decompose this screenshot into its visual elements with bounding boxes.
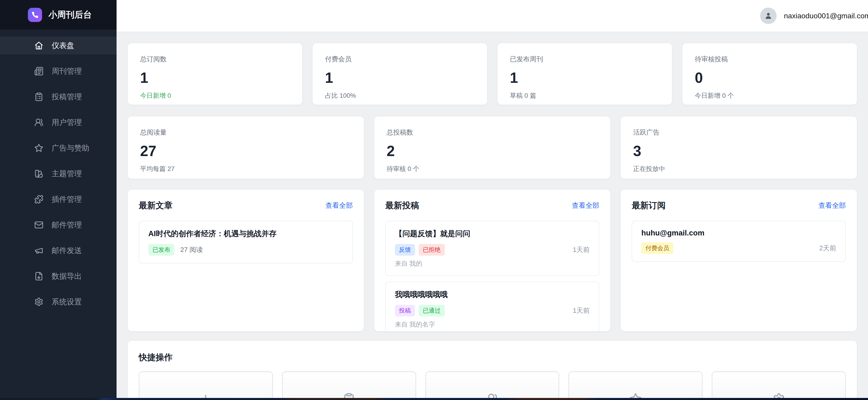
view-all-subscriptions-link[interactable]: 查看全部 bbox=[818, 201, 846, 210]
sidebar-item-settings[interactable]: 系统设置 bbox=[0, 293, 117, 311]
users-icon bbox=[34, 118, 43, 127]
quick-action-settings-button[interactable] bbox=[712, 371, 846, 400]
submission-author: 来自 我的 bbox=[395, 259, 590, 268]
submission-list-item[interactable]: 【问题反馈】就是问问 反馈 已拒绝 1天前 来自 我的 bbox=[385, 221, 599, 276]
stat-sub: 草稿 0 篇 bbox=[510, 91, 659, 100]
stat-card-total-reads: 总阅读量 27 平均每篇 27 bbox=[127, 116, 364, 179]
sidebar-item-mail-send[interactable]: 邮件发送 bbox=[0, 241, 117, 259]
stat-sub: 今日新增 0 bbox=[140, 91, 290, 100]
quick-actions-title: 快捷操作 bbox=[139, 352, 846, 363]
sidebar-item-mail[interactable]: 邮件管理 bbox=[0, 216, 117, 234]
stats-row-1: 总订阅数 1 今日新增 0 付费会员 1 占比 100% 已发布周刊 1 草稿 … bbox=[127, 43, 857, 105]
submission-title: 【问题反馈】就是问问 bbox=[395, 229, 590, 239]
sidebar-item-ads[interactable]: 广告与赞助 bbox=[0, 139, 117, 157]
sidebar-item-dashboard[interactable]: 仪表盘 bbox=[0, 37, 117, 54]
sidebar-item-label: 主题管理 bbox=[52, 169, 82, 179]
membership-badge: 付费会员 bbox=[641, 242, 673, 254]
megaphone-icon bbox=[34, 246, 43, 255]
sidebar-item-label: 用户管理 bbox=[52, 117, 82, 128]
status-badge: 已发布 bbox=[148, 244, 175, 256]
timestamp: 1天前 bbox=[573, 245, 590, 254]
view-all-submissions-link[interactable]: 查看全部 bbox=[572, 201, 599, 210]
quick-action-ads-button[interactable] bbox=[568, 371, 703, 400]
sidebar-item-label: 投稿管理 bbox=[52, 92, 82, 102]
submission-author: 来自 我的名字 bbox=[395, 320, 590, 329]
sidebar-menu: 仪表盘 周刊管理 投稿管理 用户管理 广告与赞助 主题管理 插件管理 邮件管理 bbox=[0, 30, 117, 311]
latest-submissions-card: 最新投稿 查看全部 【问题反馈】就是问问 反馈 已拒绝 1天前 来自 我的 我哦… bbox=[374, 190, 611, 331]
submission-list-item[interactable]: 我哦哦哦哦哦哦 投稿 已通过 1天前 来自 我的名字 bbox=[385, 282, 599, 331]
stat-card-active-ads: 活跃广告 3 正在投放中 bbox=[620, 116, 857, 179]
sidebar-item-label: 邮件管理 bbox=[52, 220, 82, 230]
sidebar-item-weekly[interactable]: 周刊管理 bbox=[0, 62, 117, 80]
gear-icon bbox=[34, 297, 43, 306]
app-logo: 小周刊后台 bbox=[0, 0, 117, 30]
stat-label: 总投稿数 bbox=[387, 128, 598, 137]
stat-sub: 正在投放中 bbox=[633, 165, 844, 173]
file-download-icon bbox=[34, 272, 43, 281]
stat-value: 1 bbox=[510, 70, 659, 86]
subscription-list-item[interactable]: huhu@gmail.com 付费会员 2天前 bbox=[632, 221, 846, 262]
sidebar-item-label: 数据导出 bbox=[52, 271, 82, 282]
type-badge: 投稿 bbox=[395, 305, 415, 316]
palette-icon bbox=[34, 169, 43, 178]
user-email: naxiaoduo001@gmail.com bbox=[784, 12, 868, 20]
subscriber-email: huhu@gmail.com bbox=[641, 229, 836, 237]
stat-sub: 今日新增 0 个 bbox=[695, 91, 844, 100]
bottom-window-edge bbox=[0, 398, 868, 400]
dashboard-content: 总订阅数 1 今日新增 0 付费会员 1 占比 100% 已发布周刊 1 草稿 … bbox=[117, 32, 868, 400]
latest-subscriptions-card: 最新订阅 查看全部 huhu@gmail.com 付费会员 2天前 bbox=[620, 190, 857, 331]
stat-card-paid-members: 付费会员 1 占比 100% bbox=[312, 43, 487, 105]
phone-icon bbox=[28, 8, 42, 22]
stat-value: 3 bbox=[633, 143, 844, 159]
sidebar-item-plugins[interactable]: 插件管理 bbox=[0, 191, 117, 208]
puzzle-icon bbox=[34, 195, 43, 204]
quick-action-submissions-button[interactable] bbox=[282, 371, 416, 400]
view-all-articles-link[interactable]: 查看全部 bbox=[326, 201, 353, 210]
quick-action-new-button[interactable] bbox=[139, 371, 273, 400]
stat-label: 待审核投稿 bbox=[695, 55, 844, 64]
mail-icon bbox=[34, 220, 43, 230]
stat-sub: 占比 100% bbox=[325, 91, 475, 100]
submission-title: 我哦哦哦哦哦哦 bbox=[395, 289, 590, 300]
user-menu[interactable]: naxiaoduo001@gmail.com bbox=[760, 0, 868, 32]
app-title: 小周刊后台 bbox=[49, 9, 92, 21]
sidebar-item-label: 系统设置 bbox=[52, 297, 82, 307]
stat-value: 2 bbox=[387, 143, 598, 159]
stat-value: 1 bbox=[325, 70, 475, 86]
stat-label: 已发布周刊 bbox=[510, 55, 659, 64]
stat-value: 1 bbox=[140, 70, 290, 86]
section-title: 最新文章 bbox=[139, 200, 173, 211]
sidebar-item-themes[interactable]: 主题管理 bbox=[0, 165, 117, 182]
stat-label: 总阅读量 bbox=[140, 128, 351, 137]
section-title: 最新订阅 bbox=[632, 200, 665, 211]
sidebar-item-label: 广告与赞助 bbox=[52, 143, 89, 153]
newspaper-icon bbox=[34, 66, 43, 76]
stat-label: 总订阅数 bbox=[140, 55, 290, 64]
clipboard-icon bbox=[34, 92, 43, 102]
sidebar-item-label: 插件管理 bbox=[52, 194, 82, 205]
stat-card-published: 已发布周刊 1 草稿 0 篇 bbox=[497, 43, 672, 105]
sidebar-item-export[interactable]: 数据导出 bbox=[0, 267, 117, 285]
stat-card-subscribers: 总订阅数 1 今日新增 0 bbox=[127, 43, 302, 105]
sidebar-item-users[interactable]: 用户管理 bbox=[0, 114, 117, 131]
latest-articles-card: 最新文章 查看全部 AI时代的创作者经济：机遇与挑战并存 已发布 27 阅读 bbox=[127, 190, 364, 331]
avatar[interactable] bbox=[760, 7, 777, 24]
sidebar-item-submissions[interactable]: 投稿管理 bbox=[0, 88, 117, 106]
stat-sub: 平均每篇 27 bbox=[140, 165, 351, 173]
article-list-item[interactable]: AI时代的创作者经济：机遇与挑战并存 已发布 27 阅读 bbox=[139, 221, 353, 263]
sections-row: 最新文章 查看全部 AI时代的创作者经济：机遇与挑战并存 已发布 27 阅读 最… bbox=[127, 190, 857, 331]
type-badge: 反馈 bbox=[395, 244, 415, 256]
stat-card-total-submissions: 总投稿数 2 待审核 0 个 bbox=[374, 116, 611, 179]
quick-action-users-button[interactable] bbox=[425, 371, 559, 400]
timestamp: 2天前 bbox=[819, 244, 836, 253]
stat-sub: 待审核 0 个 bbox=[387, 165, 598, 173]
sidebar-item-label: 邮件发送 bbox=[52, 246, 82, 256]
topbar: naxiaoduo001@gmail.com bbox=[117, 0, 868, 32]
status-badge: 已通过 bbox=[419, 305, 445, 316]
section-title: 最新投稿 bbox=[385, 200, 419, 211]
timestamp: 1天前 bbox=[573, 306, 590, 315]
home-icon bbox=[34, 41, 43, 50]
read-count: 27 阅读 bbox=[180, 245, 203, 254]
status-badge: 已拒绝 bbox=[419, 244, 445, 256]
stat-label: 付费会员 bbox=[325, 55, 475, 64]
